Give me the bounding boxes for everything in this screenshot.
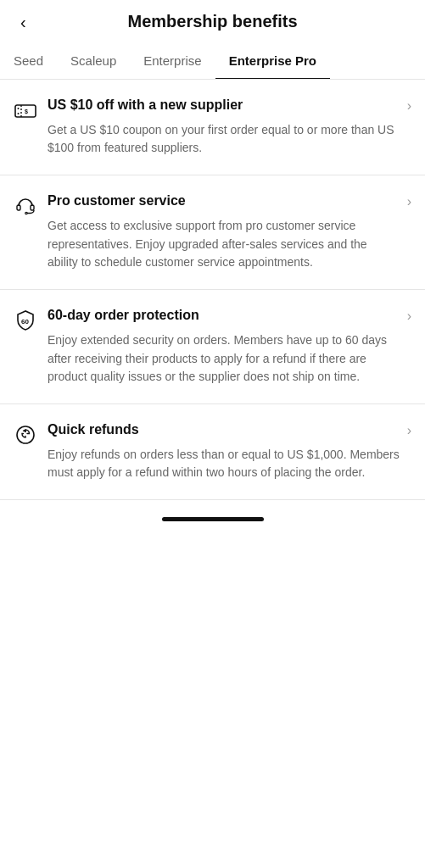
- chevron-quick-refunds: ›: [407, 423, 411, 438]
- headset-icon: [14, 194, 44, 221]
- benefit-title-pro-customer-service: Pro customer service: [48, 192, 400, 210]
- chevron-supplier-discount: ›: [407, 98, 411, 114]
- benefit-content-pro-customer-service: Pro customer service Get access to exclu…: [48, 192, 400, 272]
- benefit-item-pro-customer-service[interactable]: Pro customer service Get access to exclu…: [0, 175, 425, 290]
- svg-text:$: $: [25, 108, 28, 115]
- benefit-desc-quick-refunds: Enjoy refunds on orders less than or equ…: [48, 446, 400, 482]
- chevron-pro-customer-service: ›: [407, 194, 411, 209]
- benefits-list: $ US $10 off with a new supplier Get a U…: [0, 80, 425, 500]
- refund-icon: [14, 423, 44, 450]
- tab-enterprise[interactable]: Enterprise: [130, 43, 215, 80]
- benefit-title-supplier-discount: US $10 off with a new supplier: [48, 97, 400, 114]
- benefit-title-order-protection: 60-day order protection: [48, 307, 400, 325]
- home-indicator-area: [0, 500, 425, 531]
- svg-point-4: [18, 113, 20, 114]
- back-button[interactable]: ‹: [14, 10, 33, 34]
- benefit-content-order-protection: 60-day order protection Enjoy extended s…: [48, 307, 400, 387]
- page-title: Membership benefits: [127, 12, 297, 31]
- tab-scaleup[interactable]: Scaleup: [57, 43, 130, 80]
- tab-enterprise-pro[interactable]: Enterprise Pro: [215, 43, 330, 80]
- benefit-item-order-protection[interactable]: 60 60-day order protection Enjoy extende…: [0, 290, 425, 404]
- benefit-desc-order-protection: Enjoy extended security on orders. Membe…: [48, 331, 400, 387]
- benefit-content-quick-refunds: Quick refunds Enjoy refunds on orders le…: [48, 421, 400, 482]
- svg-point-7: [25, 212, 27, 214]
- tab-seed[interactable]: Seed: [0, 43, 57, 80]
- home-bar: [162, 517, 264, 521]
- membership-tabs: Seed Scaleup Enterprise Enterprise Pro: [0, 43, 425, 80]
- svg-point-3: [18, 108, 20, 109]
- benefit-item-supplier-discount[interactable]: $ US $10 off with a new supplier Get a U…: [0, 80, 425, 175]
- coupon-icon: $: [14, 98, 44, 125]
- svg-text:60: 60: [21, 318, 29, 326]
- benefit-desc-pro-customer-service: Get access to exclusive support from pro…: [48, 217, 400, 272]
- benefit-item-quick-refunds[interactable]: Quick refunds Enjoy refunds on orders le…: [0, 404, 425, 500]
- svg-point-9: [17, 426, 34, 443]
- shield-icon: 60: [14, 309, 44, 336]
- benefit-title-quick-refunds: Quick refunds: [48, 421, 400, 439]
- chevron-order-protection: ›: [407, 309, 411, 324]
- page-header: ‹ Membership benefits: [0, 0, 425, 43]
- benefit-desc-supplier-discount: Get a US $10 coupon on your first order …: [48, 121, 400, 158]
- benefit-content-supplier-discount: US $10 off with a new supplier Get a US …: [48, 97, 400, 158]
